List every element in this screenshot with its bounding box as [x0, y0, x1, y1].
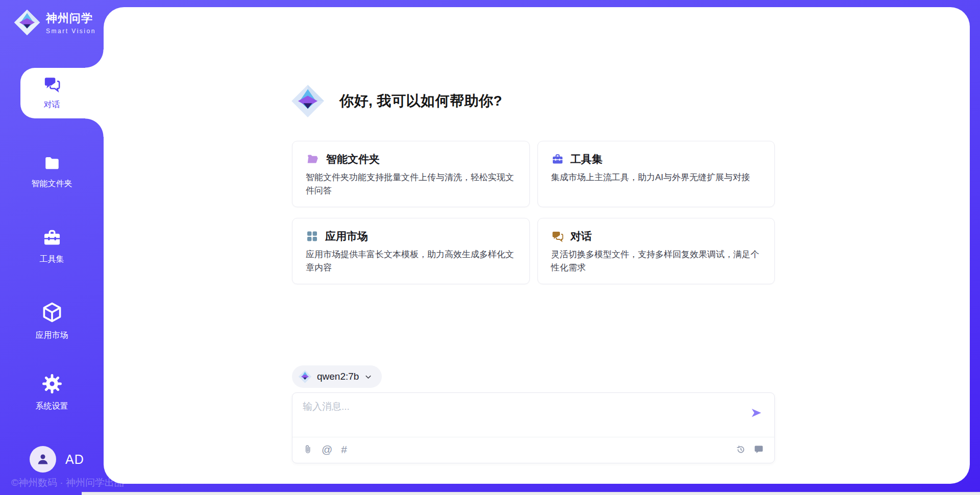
greeting: 你好, 我可以如何帮助你?	[290, 83, 502, 119]
card-title: 对话	[571, 229, 592, 243]
card-chat[interactable]: 对话 灵活切换多模型文件，支持多样回复效果调试，满足个性化需求	[537, 218, 775, 284]
chat-bubble-icon[interactable]	[753, 444, 764, 455]
card-toolset[interactable]: 工具集 集成市场上主流工具，助力AI与外界无缝扩展与对接	[537, 141, 775, 207]
sidebar-item-label: 应用市场	[0, 330, 104, 341]
brand-title: 神州问学	[46, 11, 96, 26]
brand-logo-icon	[13, 9, 41, 36]
main-content: 你好, 我可以如何帮助你? 智能文件夹 智能文件夹功能支持批量文件上传与清洗，轻…	[104, 7, 970, 484]
active-tab-fillet-bottom	[85, 118, 104, 137]
brand-subtitle: Smart Vision	[46, 28, 96, 35]
attachment-icon[interactable]	[303, 444, 313, 455]
composer-tools-right	[736, 444, 764, 455]
grid-icon	[306, 230, 318, 242]
sidebar-item-settings[interactable]: 系统设置	[0, 373, 104, 412]
sidebar: 神州问学 Smart Vision 对话 智能文件夹	[0, 0, 104, 495]
active-tab-fillet-top	[85, 50, 104, 68]
sidebar-item-label: 工具集	[0, 254, 104, 265]
user-name: AD	[65, 452, 84, 467]
mention-icon[interactable]: @	[322, 444, 332, 455]
card-description: 集成市场上主流工具，助力AI与外界无缝扩展与对接	[551, 171, 762, 184]
gear-icon	[41, 373, 63, 394]
sidebar-item-label: 智能文件夹	[0, 179, 104, 189]
card-description: 智能文件夹功能支持批量文件上传与清洗，轻松实现文件问答	[306, 171, 516, 198]
composer-divider	[292, 437, 774, 437]
brand: 神州问学 Smart Vision	[13, 9, 96, 36]
brand-text: 神州问学 Smart Vision	[46, 11, 96, 35]
assistant-logo-icon	[290, 83, 325, 119]
hashtag-icon[interactable]: #	[341, 444, 347, 455]
briefcase-icon	[42, 228, 62, 247]
greeting-text: 你好, 我可以如何帮助你?	[339, 91, 502, 111]
folder-open-icon	[306, 153, 320, 165]
feature-cards: 智能文件夹 智能文件夹功能支持批量文件上传与清洗，轻松实现文件问答 工具集 集成…	[292, 141, 775, 284]
sidebar-item-chat[interactable]: 对话	[0, 76, 104, 110]
card-header: 工具集	[551, 152, 762, 166]
message-input[interactable]	[303, 400, 711, 432]
sidebar-item-label: 系统设置	[0, 401, 104, 412]
sidebar-item-smart-folder[interactable]: 智能文件夹	[0, 155, 104, 189]
avatar	[30, 446, 56, 473]
sidebar-item-label: 对话	[0, 100, 104, 110]
folder-icon	[42, 155, 62, 172]
chat-icon	[43, 76, 61, 93]
sidebar-item-toolset[interactable]: 工具集	[0, 228, 104, 265]
user-profile[interactable]: AD	[30, 446, 84, 473]
card-description: 应用市场提供丰富长文本模板，助力高效生成多样化文章内容	[306, 248, 516, 275]
card-header: 智能文件夹	[306, 152, 516, 166]
card-header: 应用市场	[306, 229, 516, 243]
card-title: 工具集	[571, 152, 603, 166]
card-header: 对话	[551, 229, 762, 243]
card-description: 灵活切换多模型文件，支持多样回复效果调试，满足个性化需求	[551, 248, 762, 275]
model-selector[interactable]: qwen2:7b	[292, 365, 382, 388]
history-icon[interactable]	[736, 444, 746, 455]
model-logo-icon	[298, 369, 312, 384]
card-title: 应用市场	[325, 229, 368, 243]
send-icon[interactable]	[750, 406, 763, 419]
cube-icon	[41, 301, 63, 324]
composer-tools-left: @ #	[303, 444, 347, 455]
card-title: 智能文件夹	[326, 152, 380, 166]
chevron-down-icon	[364, 373, 373, 381]
card-app-market[interactable]: 应用市场 应用市场提供丰富长文本模板，助力高效生成多样化文章内容	[292, 218, 530, 284]
sidebar-item-app-market[interactable]: 应用市场	[0, 301, 104, 341]
chat-icon	[551, 230, 564, 242]
briefcase-icon	[551, 153, 564, 165]
horizontal-scrollbar[interactable]	[82, 492, 980, 495]
model-name: qwen2:7b	[317, 371, 359, 382]
card-smart-folder[interactable]: 智能文件夹 智能文件夹功能支持批量文件上传与清洗，轻松实现文件问答	[292, 141, 530, 207]
message-composer: @ #	[292, 392, 775, 463]
